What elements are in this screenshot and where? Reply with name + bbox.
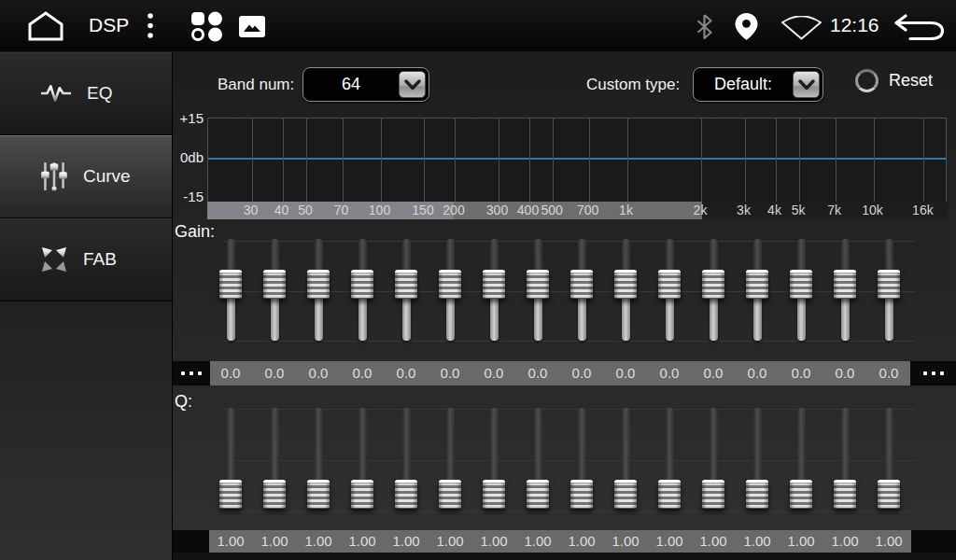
q-slider-5[interactable] bbox=[395, 408, 417, 511]
gain-slider-thumb[interactable] bbox=[307, 270, 330, 299]
q-slider-thumb[interactable] bbox=[527, 480, 549, 509]
sidebar-item-eq[interactable]: EQ bbox=[0, 52, 172, 135]
gain-slider-thumb[interactable] bbox=[658, 270, 681, 299]
q-slider-thumb[interactable] bbox=[351, 480, 373, 509]
sidebar-item-label: FAB bbox=[83, 249, 117, 270]
q-slider-thumb[interactable] bbox=[790, 480, 812, 509]
gain-slider-6[interactable] bbox=[439, 239, 461, 341]
bluetooth-indicator bbox=[696, 14, 713, 39]
gain-slider-thumb[interactable] bbox=[263, 270, 286, 299]
q-slider-thumb[interactable] bbox=[834, 480, 856, 509]
q-slider-thumb[interactable] bbox=[307, 480, 330, 509]
q-slider-9[interactable] bbox=[570, 408, 593, 511]
q-slider-thumb[interactable] bbox=[395, 480, 417, 509]
gain-slider-14[interactable] bbox=[790, 239, 812, 341]
gallery-button[interactable] bbox=[239, 16, 265, 37]
q-slider-thumb[interactable] bbox=[219, 480, 242, 509]
gain-section-label: Gain: bbox=[175, 222, 215, 242]
gain-slider-thumb[interactable] bbox=[614, 270, 637, 299]
q-slider-thumb[interactable] bbox=[878, 480, 900, 509]
q-slider-11[interactable] bbox=[658, 408, 681, 511]
q-value-16: 1.00 bbox=[875, 530, 902, 553]
q-slider-thumb[interactable] bbox=[263, 480, 286, 509]
q-slider-thumb[interactable] bbox=[746, 480, 768, 509]
freq-tick-label: 10k bbox=[862, 202, 883, 219]
q-slider-4[interactable] bbox=[351, 408, 373, 511]
chevron-down-icon[interactable] bbox=[793, 71, 820, 98]
q-slider-7[interactable] bbox=[483, 408, 505, 511]
q-slider-3[interactable] bbox=[307, 408, 330, 511]
gain-slider-3[interactable] bbox=[307, 239, 330, 341]
band-num-label: Band num: bbox=[218, 76, 294, 94]
gain-slider-4[interactable] bbox=[351, 239, 373, 341]
q-slider-thumb[interactable] bbox=[483, 480, 505, 509]
q-value-10: 1.00 bbox=[612, 530, 639, 553]
gain-slider-5[interactable] bbox=[395, 239, 417, 341]
q-slider-13[interactable] bbox=[746, 408, 768, 511]
q-slider-16[interactable] bbox=[878, 408, 900, 511]
q-slider-14[interactable] bbox=[790, 408, 812, 511]
gain-slider-12[interactable] bbox=[702, 239, 724, 341]
curve-panel: Band num: 64 Custom type: Default: Reset… bbox=[173, 52, 956, 560]
apps-button[interactable] bbox=[190, 11, 224, 42]
gain-slider-7[interactable] bbox=[483, 239, 505, 341]
q-slider-thumb[interactable] bbox=[570, 480, 593, 509]
reset-control[interactable]: Reset bbox=[855, 69, 933, 92]
q-value-13: 1.00 bbox=[743, 530, 770, 553]
q-slider-15[interactable] bbox=[834, 408, 856, 511]
gain-slider-thumb[interactable] bbox=[790, 270, 812, 299]
overflow-menu-button[interactable] bbox=[146, 12, 155, 40]
sidebar-item-curve[interactable]: Curve bbox=[0, 135, 172, 218]
fab-arrows-icon bbox=[39, 245, 69, 274]
q-slider-thumb[interactable] bbox=[702, 480, 724, 509]
q-value-12: 1.00 bbox=[699, 530, 726, 553]
back-button[interactable] bbox=[894, 14, 945, 40]
gain-slider-thumb[interactable] bbox=[483, 270, 505, 299]
freq-tick-label: 200 bbox=[443, 202, 464, 219]
q-slider-10[interactable] bbox=[614, 408, 637, 511]
gain-slider-thumb[interactable] bbox=[395, 270, 417, 299]
home-button[interactable] bbox=[24, 10, 67, 42]
q-slider-thumb[interactable] bbox=[614, 480, 637, 509]
q-value-7: 1.00 bbox=[480, 530, 507, 553]
gain-slider-11[interactable] bbox=[658, 239, 681, 341]
q-value-11: 1.00 bbox=[655, 530, 682, 553]
gain-slider-thumb[interactable] bbox=[351, 270, 373, 299]
bluetooth-icon bbox=[696, 14, 713, 39]
gain-slider-10[interactable] bbox=[614, 239, 637, 341]
gain-slider-16[interactable] bbox=[878, 239, 900, 341]
sidebar-item-fab[interactable]: FAB bbox=[0, 218, 172, 301]
q-value-5: 1.00 bbox=[392, 530, 419, 553]
gain-slider-13[interactable] bbox=[746, 239, 768, 341]
gain-slider-thumb[interactable] bbox=[570, 270, 593, 299]
more-bands-right-button[interactable] bbox=[910, 361, 956, 385]
q-slider-12[interactable] bbox=[702, 408, 724, 511]
y-axis-label-max: +15 bbox=[173, 110, 204, 126]
q-slider-6[interactable] bbox=[439, 408, 461, 511]
chevron-down-icon[interactable] bbox=[399, 71, 426, 98]
more-bands-left-button[interactable] bbox=[173, 361, 210, 385]
gain-slider-thumb[interactable] bbox=[219, 270, 242, 299]
q-slider-thumb[interactable] bbox=[439, 480, 461, 509]
gain-slider-thumb[interactable] bbox=[527, 270, 549, 299]
grid-line bbox=[252, 119, 253, 202]
band-num-select[interactable]: 64 bbox=[302, 67, 429, 102]
gain-slider-8[interactable] bbox=[527, 239, 549, 341]
grid-line bbox=[776, 119, 777, 202]
custom-type-select[interactable]: Default: bbox=[693, 67, 823, 102]
gain-slider-2[interactable] bbox=[263, 239, 286, 341]
gain-value-13: 0.0 bbox=[748, 361, 767, 385]
q-slider-thumb[interactable] bbox=[658, 480, 681, 509]
gain-slider-9[interactable] bbox=[570, 239, 593, 341]
gain-slider-1[interactable] bbox=[219, 239, 242, 341]
gain-slider-thumb[interactable] bbox=[746, 270, 768, 299]
gain-slider-thumb[interactable] bbox=[702, 270, 724, 299]
gain-slider-thumb[interactable] bbox=[878, 270, 900, 299]
q-slider-2[interactable] bbox=[263, 408, 286, 511]
gain-slider-15[interactable] bbox=[834, 239, 856, 341]
q-slider-8[interactable] bbox=[527, 408, 549, 511]
q-slider-1[interactable] bbox=[219, 408, 242, 511]
gain-slider-thumb[interactable] bbox=[439, 270, 461, 299]
reset-radio[interactable] bbox=[855, 69, 879, 92]
gain-slider-thumb[interactable] bbox=[834, 270, 856, 299]
